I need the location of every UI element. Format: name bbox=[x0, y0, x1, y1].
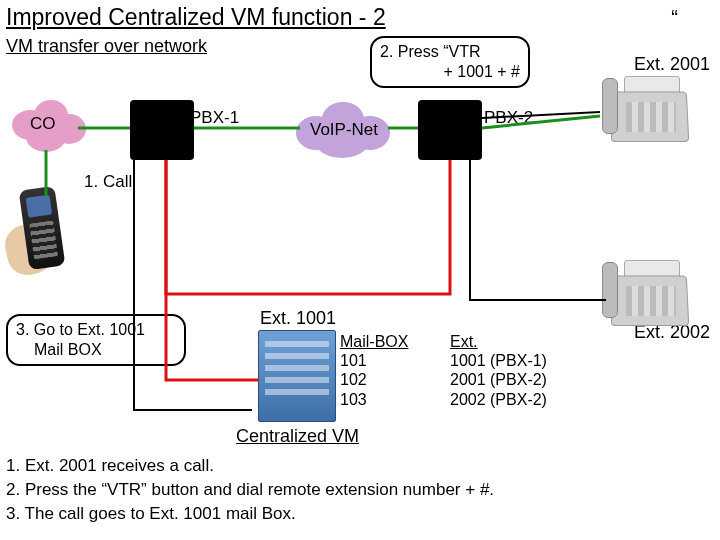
centralized-vm-label: Centralized VM bbox=[236, 426, 359, 447]
ext-1001-label: Ext. 1001 bbox=[260, 308, 336, 329]
co-label: CO bbox=[30, 114, 56, 134]
slide-title: Improved Centralized VM function - 2 bbox=[6, 4, 386, 31]
step-3-bubble: 3. Go to Ext. 1001 Mail BOX bbox=[6, 314, 186, 366]
step-2-line1: 2. Press “VTR bbox=[380, 42, 520, 62]
step-2-line2: + 1001 + # bbox=[380, 62, 520, 82]
mailbox-header: Mail-BOX bbox=[340, 333, 408, 350]
step-line-1: 1. Ext. 2001 receives a call. bbox=[6, 454, 494, 478]
mailbox-row-0: 101 bbox=[340, 352, 367, 369]
subtitle: VM transfer over network bbox=[6, 36, 207, 57]
highlight bbox=[592, 478, 632, 498]
ext-column: Ext. 1001 (PBX-1) 2001 (PBX-2) 2002 (PBX… bbox=[450, 332, 547, 409]
ext-row-1: 2001 (PBX-2) bbox=[450, 371, 547, 388]
pbx-1-label: PBX-1 bbox=[190, 108, 239, 128]
pbx-1-icon bbox=[130, 100, 194, 160]
mailbox-row-1: 102 bbox=[340, 371, 367, 388]
pbx-2-label: PBX-2 bbox=[484, 108, 533, 128]
step-line-2: 2. Press the “VTR” button and dial remot… bbox=[6, 478, 494, 502]
ext-header: Ext. bbox=[450, 333, 478, 350]
ext-row-0: 1001 (PBX-1) bbox=[450, 352, 547, 369]
step-line-3: 3. The call goes to Ext. 1001 mail Box. bbox=[6, 502, 494, 526]
step-3-line1: 3. Go to Ext. 1001 bbox=[16, 320, 176, 340]
step-3-line2: Mail BOX bbox=[16, 340, 176, 360]
pbx-2-icon bbox=[418, 100, 482, 160]
vm-server-icon bbox=[258, 330, 336, 422]
desk-phone-2001-icon bbox=[602, 72, 688, 142]
desk-phone-2002-icon bbox=[602, 256, 688, 326]
call-label: 1. Call bbox=[84, 172, 132, 192]
slide-root: { "title": "Improved Centralized VM func… bbox=[0, 0, 720, 540]
stray-quote: “ bbox=[671, 6, 678, 29]
step-2-bubble: 2. Press “VTR + 1001 + # bbox=[370, 36, 530, 88]
mailbox-column: Mail-BOX 101 102 103 bbox=[340, 332, 408, 409]
steps-text: 1. Ext. 2001 receives a call. 2. Press t… bbox=[6, 454, 494, 525]
ext-row-2: 2002 (PBX-2) bbox=[450, 391, 547, 408]
voip-label: VoIP-Net bbox=[310, 120, 378, 140]
mailbox-row-2: 103 bbox=[340, 391, 367, 408]
